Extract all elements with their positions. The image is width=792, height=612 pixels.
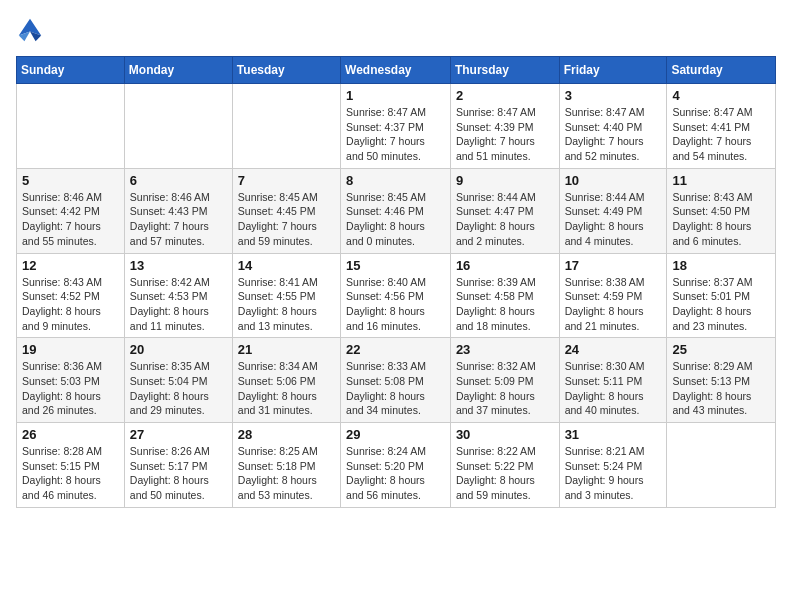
day-info: Sunrise: 8:36 AM Sunset: 5:03 PM Dayligh… [22, 359, 119, 418]
column-header-tuesday: Tuesday [232, 57, 340, 84]
calendar-week-row: 5Sunrise: 8:46 AM Sunset: 4:42 PM Daylig… [17, 168, 776, 253]
day-number: 25 [672, 342, 770, 357]
day-number: 20 [130, 342, 227, 357]
day-info: Sunrise: 8:44 AM Sunset: 4:49 PM Dayligh… [565, 190, 662, 249]
day-info: Sunrise: 8:38 AM Sunset: 4:59 PM Dayligh… [565, 275, 662, 334]
day-number: 27 [130, 427, 227, 442]
day-number: 7 [238, 173, 335, 188]
calendar-cell: 12Sunrise: 8:43 AM Sunset: 4:52 PM Dayli… [17, 253, 125, 338]
day-info: Sunrise: 8:28 AM Sunset: 5:15 PM Dayligh… [22, 444, 119, 503]
day-number: 30 [456, 427, 554, 442]
day-number: 1 [346, 88, 445, 103]
day-number: 28 [238, 427, 335, 442]
calendar-cell: 24Sunrise: 8:30 AM Sunset: 5:11 PM Dayli… [559, 338, 667, 423]
calendar-cell: 11Sunrise: 8:43 AM Sunset: 4:50 PM Dayli… [667, 168, 776, 253]
day-number: 5 [22, 173, 119, 188]
day-info: Sunrise: 8:41 AM Sunset: 4:55 PM Dayligh… [238, 275, 335, 334]
calendar-cell [17, 84, 125, 169]
column-header-sunday: Sunday [17, 57, 125, 84]
day-number: 14 [238, 258, 335, 273]
day-info: Sunrise: 8:30 AM Sunset: 5:11 PM Dayligh… [565, 359, 662, 418]
calendar-cell: 8Sunrise: 8:45 AM Sunset: 4:46 PM Daylig… [341, 168, 451, 253]
calendar-cell: 30Sunrise: 8:22 AM Sunset: 5:22 PM Dayli… [450, 423, 559, 508]
day-info: Sunrise: 8:33 AM Sunset: 5:08 PM Dayligh… [346, 359, 445, 418]
calendar-cell: 20Sunrise: 8:35 AM Sunset: 5:04 PM Dayli… [124, 338, 232, 423]
column-header-saturday: Saturday [667, 57, 776, 84]
calendar-cell: 2Sunrise: 8:47 AM Sunset: 4:39 PM Daylig… [450, 84, 559, 169]
day-info: Sunrise: 8:21 AM Sunset: 5:24 PM Dayligh… [565, 444, 662, 503]
calendar-cell: 7Sunrise: 8:45 AM Sunset: 4:45 PM Daylig… [232, 168, 340, 253]
day-number: 21 [238, 342, 335, 357]
day-info: Sunrise: 8:26 AM Sunset: 5:17 PM Dayligh… [130, 444, 227, 503]
day-info: Sunrise: 8:40 AM Sunset: 4:56 PM Dayligh… [346, 275, 445, 334]
calendar-cell: 6Sunrise: 8:46 AM Sunset: 4:43 PM Daylig… [124, 168, 232, 253]
day-number: 12 [22, 258, 119, 273]
day-info: Sunrise: 8:45 AM Sunset: 4:46 PM Dayligh… [346, 190, 445, 249]
day-info: Sunrise: 8:22 AM Sunset: 5:22 PM Dayligh… [456, 444, 554, 503]
calendar-week-row: 12Sunrise: 8:43 AM Sunset: 4:52 PM Dayli… [17, 253, 776, 338]
day-info: Sunrise: 8:34 AM Sunset: 5:06 PM Dayligh… [238, 359, 335, 418]
calendar-cell: 26Sunrise: 8:28 AM Sunset: 5:15 PM Dayli… [17, 423, 125, 508]
day-info: Sunrise: 8:32 AM Sunset: 5:09 PM Dayligh… [456, 359, 554, 418]
calendar-cell: 18Sunrise: 8:37 AM Sunset: 5:01 PM Dayli… [667, 253, 776, 338]
day-number: 16 [456, 258, 554, 273]
day-info: Sunrise: 8:37 AM Sunset: 5:01 PM Dayligh… [672, 275, 770, 334]
day-number: 22 [346, 342, 445, 357]
calendar: SundayMondayTuesdayWednesdayThursdayFrid… [16, 56, 776, 508]
calendar-cell: 19Sunrise: 8:36 AM Sunset: 5:03 PM Dayli… [17, 338, 125, 423]
calendar-cell: 1Sunrise: 8:47 AM Sunset: 4:37 PM Daylig… [341, 84, 451, 169]
day-number: 13 [130, 258, 227, 273]
column-header-wednesday: Wednesday [341, 57, 451, 84]
logo [16, 16, 48, 44]
calendar-cell: 31Sunrise: 8:21 AM Sunset: 5:24 PM Dayli… [559, 423, 667, 508]
logo-icon [16, 16, 44, 44]
day-number: 23 [456, 342, 554, 357]
day-info: Sunrise: 8:43 AM Sunset: 4:52 PM Dayligh… [22, 275, 119, 334]
day-info: Sunrise: 8:47 AM Sunset: 4:37 PM Dayligh… [346, 105, 445, 164]
calendar-cell [667, 423, 776, 508]
day-number: 9 [456, 173, 554, 188]
calendar-cell: 13Sunrise: 8:42 AM Sunset: 4:53 PM Dayli… [124, 253, 232, 338]
day-number: 26 [22, 427, 119, 442]
calendar-week-row: 26Sunrise: 8:28 AM Sunset: 5:15 PM Dayli… [17, 423, 776, 508]
calendar-cell: 27Sunrise: 8:26 AM Sunset: 5:17 PM Dayli… [124, 423, 232, 508]
calendar-cell: 16Sunrise: 8:39 AM Sunset: 4:58 PM Dayli… [450, 253, 559, 338]
calendar-cell: 23Sunrise: 8:32 AM Sunset: 5:09 PM Dayli… [450, 338, 559, 423]
day-info: Sunrise: 8:46 AM Sunset: 4:43 PM Dayligh… [130, 190, 227, 249]
calendar-cell: 15Sunrise: 8:40 AM Sunset: 4:56 PM Dayli… [341, 253, 451, 338]
day-info: Sunrise: 8:43 AM Sunset: 4:50 PM Dayligh… [672, 190, 770, 249]
calendar-cell: 29Sunrise: 8:24 AM Sunset: 5:20 PM Dayli… [341, 423, 451, 508]
day-number: 24 [565, 342, 662, 357]
day-info: Sunrise: 8:35 AM Sunset: 5:04 PM Dayligh… [130, 359, 227, 418]
day-number: 3 [565, 88, 662, 103]
day-info: Sunrise: 8:29 AM Sunset: 5:13 PM Dayligh… [672, 359, 770, 418]
column-header-thursday: Thursday [450, 57, 559, 84]
day-number: 2 [456, 88, 554, 103]
calendar-cell: 10Sunrise: 8:44 AM Sunset: 4:49 PM Dayli… [559, 168, 667, 253]
day-number: 18 [672, 258, 770, 273]
day-info: Sunrise: 8:45 AM Sunset: 4:45 PM Dayligh… [238, 190, 335, 249]
calendar-cell: 22Sunrise: 8:33 AM Sunset: 5:08 PM Dayli… [341, 338, 451, 423]
calendar-cell [232, 84, 340, 169]
calendar-cell: 17Sunrise: 8:38 AM Sunset: 4:59 PM Dayli… [559, 253, 667, 338]
calendar-cell: 28Sunrise: 8:25 AM Sunset: 5:18 PM Dayli… [232, 423, 340, 508]
day-number: 19 [22, 342, 119, 357]
day-number: 31 [565, 427, 662, 442]
day-info: Sunrise: 8:25 AM Sunset: 5:18 PM Dayligh… [238, 444, 335, 503]
day-number: 29 [346, 427, 445, 442]
day-number: 17 [565, 258, 662, 273]
day-info: Sunrise: 8:47 AM Sunset: 4:40 PM Dayligh… [565, 105, 662, 164]
calendar-cell: 3Sunrise: 8:47 AM Sunset: 4:40 PM Daylig… [559, 84, 667, 169]
day-number: 11 [672, 173, 770, 188]
calendar-cell: 14Sunrise: 8:41 AM Sunset: 4:55 PM Dayli… [232, 253, 340, 338]
page-header [16, 16, 776, 44]
calendar-cell: 21Sunrise: 8:34 AM Sunset: 5:06 PM Dayli… [232, 338, 340, 423]
calendar-week-row: 1Sunrise: 8:47 AM Sunset: 4:37 PM Daylig… [17, 84, 776, 169]
column-header-friday: Friday [559, 57, 667, 84]
calendar-cell: 25Sunrise: 8:29 AM Sunset: 5:13 PM Dayli… [667, 338, 776, 423]
calendar-cell: 4Sunrise: 8:47 AM Sunset: 4:41 PM Daylig… [667, 84, 776, 169]
day-number: 4 [672, 88, 770, 103]
day-number: 6 [130, 173, 227, 188]
day-info: Sunrise: 8:46 AM Sunset: 4:42 PM Dayligh… [22, 190, 119, 249]
calendar-week-row: 19Sunrise: 8:36 AM Sunset: 5:03 PM Dayli… [17, 338, 776, 423]
